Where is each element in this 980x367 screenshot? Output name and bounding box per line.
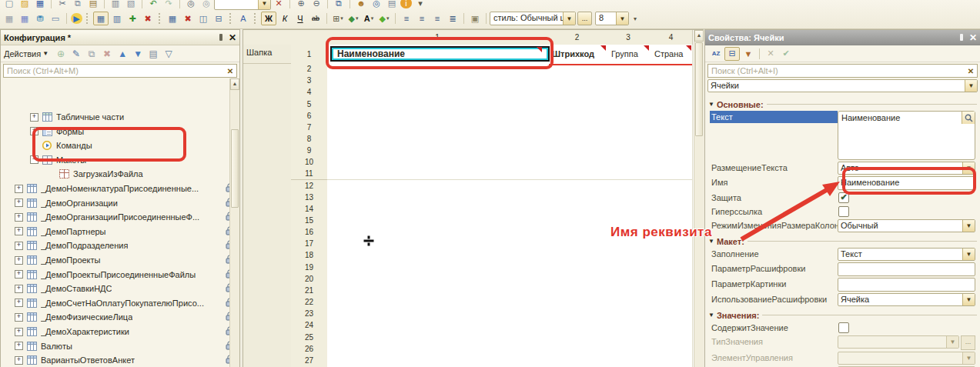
- header-cell-4[interactable]: Страна: [650, 45, 691, 63]
- expand-icon[interactable]: +: [15, 185, 23, 193]
- find-next-icon[interactable]: ◎: [199, 0, 213, 9]
- параметркартинки-input[interactable]: [838, 278, 975, 292]
- collapse-icon[interactable]: ▼: [708, 312, 714, 319]
- cell-r6c2[interactable]: [547, 110, 607, 122]
- delete-row-icon[interactable]: ✖: [141, 12, 155, 25]
- chevron-down-icon[interactable]: ▼: [962, 220, 975, 232]
- row-header-3[interactable]: 3: [291, 75, 328, 87]
- cell-r7c3[interactable]: [607, 122, 651, 134]
- row-header-18[interactable]: 18: [291, 249, 328, 262]
- row-header-17[interactable]: 17: [291, 238, 328, 250]
- move-down-button[interactable]: ▼: [131, 48, 145, 60]
- row-header-12[interactable]: 12: [291, 180, 328, 192]
- cell-r8c4[interactable]: [650, 133, 693, 145]
- row-header-2[interactable]: 2: [291, 63, 328, 75]
- имя-input[interactable]: Наименование: [838, 176, 975, 190]
- cell-r9c1[interactable]: [327, 145, 548, 157]
- font-size-combo[interactable]: 8▼: [595, 12, 629, 25]
- style-combo[interactable]: стиль: Обычный шр▼: [490, 12, 576, 25]
- redo-icon[interactable]: ↷: [162, 0, 176, 9]
- row-header-19[interactable]: 19: [291, 262, 328, 274]
- cell-r16c1[interactable]: [327, 226, 548, 239]
- split-vertical-icon[interactable]: ⊟: [212, 12, 226, 25]
- copy-item-button[interactable]: ⧉: [85, 48, 99, 60]
- cell-r26c1[interactable]: [327, 343, 548, 355]
- chevron-down-icon[interactable]: ▼: [962, 294, 975, 305]
- cell-r19c4[interactable]: [650, 262, 693, 274]
- cell-r6c3[interactable]: [607, 110, 651, 122]
- expand-icon[interactable]: +: [15, 313, 23, 322]
- tree-item--демоподразделения[interactable]: +_ДемоПодразделения: [1, 239, 229, 252]
- row-header-20[interactable]: 20: [291, 273, 328, 285]
- cell-r20c3[interactable]: [607, 273, 651, 285]
- undo-icon[interactable]: ↶: [146, 0, 160, 9]
- properties-panel-titlebar[interactable]: Свойства: Ячейки ✕: [705, 30, 980, 45]
- cell-r11c3[interactable]: [607, 168, 651, 180]
- sheet-scrollbar[interactable]: ▲: [694, 30, 704, 367]
- cell-r8c1[interactable]: [327, 133, 548, 145]
- expand-icon[interactable]: +: [15, 227, 23, 235]
- cell-r4c2[interactable]: [547, 86, 607, 98]
- align-left-button[interactable]: ≡: [400, 12, 413, 25]
- chevron-down-icon[interactable]: ▼: [563, 12, 575, 25]
- tree-item--демопроектыприсоединенныефайлы[interactable]: +_ДемоПроектыПрисоединенныеФайлы: [1, 268, 229, 282]
- split-horizontal-icon[interactable]: ◫: [196, 12, 210, 25]
- show-grid-icon[interactable]: ▦: [93, 12, 109, 25]
- row-header-14[interactable]: 14: [291, 203, 328, 215]
- cell-r6c1[interactable]: [327, 110, 548, 122]
- strike-button[interactable]: ab: [309, 12, 323, 25]
- cell-r18c1[interactable]: [327, 249, 548, 262]
- section-header-значения[interactable]: ▼Значения:: [707, 309, 977, 321]
- style-more-button[interactable]: ...: [577, 12, 592, 25]
- cell-r3c2[interactable]: [547, 75, 607, 87]
- cell-r16c3[interactable]: [607, 226, 651, 239]
- row-header-25[interactable]: 25: [291, 331, 328, 343]
- underline-button[interactable]: Ч: [293, 12, 307, 25]
- borders-dropdown[interactable]: ⊞▾: [331, 12, 345, 25]
- tree-item--демоорганизации[interactable]: +_ДемоОрганизации: [1, 196, 229, 210]
- cell-r12c3[interactable]: [607, 180, 651, 192]
- filter-properties-icon[interactable]: ▼: [741, 48, 755, 60]
- row-header-9[interactable]: 9: [291, 145, 328, 157]
- info-icon[interactable]: i: [400, 0, 412, 8]
- header-cell-2[interactable]: Штрихкод: [547, 45, 605, 63]
- cell-r27c2[interactable]: [547, 355, 607, 367]
- zoom-out-icon[interactable]: ⊖: [309, 0, 323, 9]
- find-text-combo[interactable]: ▼: [214, 0, 271, 10]
- tree-item--демохарактеристики[interactable]: +_ДемоХарактеристики: [1, 325, 229, 339]
- row-header-4[interactable]: 4: [291, 86, 328, 98]
- cell-r8c2[interactable]: [547, 133, 607, 145]
- sheet-corner[interactable]: [243, 30, 328, 45]
- bold-button[interactable]: Ж: [261, 12, 276, 25]
- размещениетекста-combo[interactable]: Авто▼: [838, 162, 975, 175]
- cell-r21c2[interactable]: [547, 285, 607, 297]
- cell-r9c2[interactable]: [547, 145, 607, 157]
- magnifier-icon[interactable]: [962, 112, 975, 124]
- cell-r5c4[interactable]: [650, 98, 693, 110]
- cell-r24c2[interactable]: [547, 319, 607, 332]
- collapse-icon[interactable]: ▼: [708, 238, 714, 245]
- cell-r4c3[interactable]: [607, 86, 651, 98]
- apply-edit-icon[interactable]: ✔: [779, 48, 793, 60]
- cell-r15c3[interactable]: [607, 215, 651, 227]
- cell-r19c1[interactable]: [327, 262, 548, 274]
- cell-r17c2[interactable]: [547, 238, 607, 250]
- column-header-4[interactable]: 4: [650, 30, 693, 45]
- run-icon[interactable]: ▶: [71, 13, 82, 24]
- expand-icon[interactable]: +: [15, 299, 23, 307]
- row-header-13[interactable]: 13: [291, 192, 328, 204]
- tree-item-формы[interactable]: +Формы: [1, 125, 229, 138]
- параметррасшифровки-input[interactable]: [838, 262, 975, 276]
- chevron-down-icon[interactable]: ▼: [616, 12, 628, 25]
- section-header-основные[interactable]: ▼Основные:: [707, 98, 977, 110]
- chevron-down-icon[interactable]: ▼: [965, 80, 977, 92]
- clear-search-icon[interactable]: ✕: [224, 67, 236, 75]
- find-icon[interactable]: ◎: [184, 0, 198, 9]
- row-header-23[interactable]: 23: [291, 308, 328, 320]
- windows-cascade-icon[interactable]: ⧉: [332, 0, 346, 9]
- expand-icon[interactable]: +: [15, 242, 23, 250]
- tree-item-табличные-части[interactable]: +Табличные части: [1, 110, 229, 124]
- row-header-11[interactable]: 11: [291, 168, 328, 180]
- cell-r13c3[interactable]: [607, 192, 651, 204]
- chevron-down-icon[interactable]: ▾: [371, 15, 374, 22]
